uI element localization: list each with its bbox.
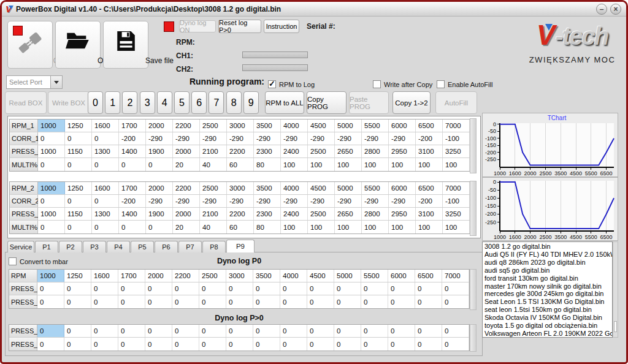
grid-cell[interactable]: 1250 [65, 119, 92, 132]
file-list-item[interactable]: 3008 1.2 go digital.bin [484, 243, 612, 251]
grid-cell[interactable]: 0 [146, 158, 173, 171]
grid-cell[interactable]: 40 [200, 221, 227, 233]
grid-cell[interactable]: 1250 [65, 182, 92, 194]
digit-button-6[interactable]: 6 [191, 91, 207, 114]
grid-cell[interactable]: 100 [281, 221, 308, 233]
grid-cell[interactable]: 0 [37, 282, 64, 295]
file-list-scrollbar[interactable] [613, 241, 618, 338]
grid-cell[interactable]: 6000 [389, 182, 416, 194]
grid-cell[interactable]: 0 [199, 295, 226, 308]
grid-cell[interactable]: 5000 [335, 119, 362, 132]
grid-cell[interactable]: 0 [415, 325, 442, 337]
minimize-button[interactable]: – [596, 4, 607, 15]
grid-cell[interactable]: 2300 [254, 145, 281, 157]
tab-p9[interactable]: P9 [226, 240, 255, 252]
grid-cell[interactable]: 4000 [281, 182, 308, 194]
grid-cell[interactable]: 2400 [281, 208, 308, 220]
grid-cell[interactable]: 0 [361, 282, 388, 295]
reset-log-button[interactable]: Reset log P>0 [218, 20, 261, 33]
grid-cell[interactable]: 3500 [254, 182, 281, 194]
grid-cell[interactable]: 0 [91, 282, 118, 295]
grid-cell[interactable]: 0 [253, 325, 280, 337]
grid-cell[interactable]: 0 [145, 282, 172, 295]
grid-cell[interactable]: 3000 [227, 182, 254, 194]
grid-cell[interactable]: 0 [361, 338, 388, 351]
grid-cell[interactable]: 1000 [38, 119, 65, 132]
tab-p8[interactable]: P8 [202, 241, 226, 252]
file-list-item[interactable]: audi q8 286km 2023 go digital.bin [484, 259, 612, 267]
grid-cell[interactable]: 5500 [362, 182, 389, 194]
grid-cell[interactable]: 1400 [119, 145, 146, 157]
grid-cell[interactable]: 0 [280, 338, 307, 351]
digit-button-8[interactable]: 8 [226, 91, 242, 114]
grid-cell[interactable]: 1700 [119, 182, 146, 194]
grid-cell[interactable]: 0 [145, 338, 172, 351]
tab-p3[interactable]: P3 [83, 241, 106, 252]
grid-cell[interactable]: 0 [119, 221, 146, 233]
grid-cell[interactable]: 2650 [335, 208, 362, 220]
file-list-item[interactable]: ford transit 130km go digital.bin [484, 275, 612, 282]
grid-cell[interactable]: 0 [199, 325, 226, 337]
grid-cell[interactable]: 0 [91, 295, 118, 308]
grid-cell[interactable]: 0 [38, 132, 65, 145]
grid-cell[interactable]: 0 [226, 282, 253, 295]
grid-cell[interactable]: 5500 [362, 119, 389, 132]
grid-cell[interactable]: 2000 [146, 119, 173, 132]
grid-cell[interactable]: 2200 [173, 182, 200, 194]
grid-cell[interactable]: 5000 [334, 270, 361, 282]
grid-cell[interactable]: 0 [388, 295, 415, 308]
connect-button[interactable]: Connect [7, 21, 53, 69]
grid-cell[interactable]: 2650 [335, 145, 362, 157]
grid-cell[interactable]: -100 [443, 132, 470, 145]
grid-cell[interactable]: -290 [200, 195, 227, 207]
digit-button-7[interactable]: 7 [209, 91, 224, 114]
grid-cell[interactable]: 1300 [92, 208, 119, 220]
grid-cell[interactable]: 6500 [416, 119, 443, 132]
grid-cell[interactable]: 80 [254, 158, 281, 171]
grid-cell[interactable]: 0 [199, 282, 226, 295]
grid-cell[interactable]: -290 [335, 132, 362, 145]
grid-cell[interactable]: 80 [254, 221, 281, 233]
grid-cell[interactable]: -290 [254, 132, 281, 145]
grid-cell[interactable]: -290 [335, 195, 362, 207]
grid-cell[interactable]: -290 [308, 132, 335, 145]
grid-cell[interactable]: 0 [38, 158, 65, 171]
grid-cell[interactable]: 0 [118, 295, 145, 308]
save-file-button[interactable]: Save file [103, 21, 148, 69]
grid-cell[interactable]: 0 [65, 195, 92, 207]
grid-cell[interactable]: 0 [146, 221, 173, 233]
grid-cell[interactable]: 0 [145, 325, 172, 337]
grid-cell[interactable]: 0 [92, 221, 119, 233]
grid-cell[interactable]: -290 [146, 195, 173, 207]
grid-cell[interactable]: 0 [64, 338, 91, 351]
grid-cell[interactable]: 0 [388, 282, 415, 295]
grid-cell[interactable]: 0 [65, 221, 92, 233]
grid-cell[interactable]: 100 [335, 221, 362, 233]
close-button[interactable]: × [610, 4, 621, 15]
file-list-item[interactable]: Volkswagen Arteon FL 2.0 190KM 2022 Go D… [484, 330, 612, 338]
grid-cell[interactable]: 5000 [335, 182, 362, 194]
grid-cell[interactable]: 0 [334, 295, 361, 308]
grid-cell[interactable]: 0 [442, 338, 469, 351]
enable-autofill-checkbox-box[interactable] [437, 80, 445, 88]
grid-cell[interactable]: 0 [442, 325, 469, 337]
grid-cell[interactable]: 1000 [38, 182, 65, 194]
grid-cell[interactable]: 1900 [146, 208, 173, 220]
grid-cell[interactable]: 3500 [254, 119, 281, 132]
file-list-item[interactable]: seat leon 1.5tsi 150km go digital.bin [484, 306, 612, 314]
grid-cell[interactable]: 0 [37, 338, 64, 351]
grid-cell[interactable]: 2000 [145, 270, 172, 282]
grid-cell[interactable]: 100 [362, 158, 389, 171]
digit-button-5[interactable]: 5 [174, 91, 190, 114]
grid-cell[interactable]: 100 [443, 158, 470, 171]
grid-cell[interactable]: 3100 [416, 145, 443, 157]
grid-cell[interactable]: 2800 [362, 145, 389, 157]
grid-cell[interactable]: 0 [361, 325, 388, 337]
grid-cell[interactable]: 2000 [173, 145, 200, 157]
grid-cell[interactable]: -290 [254, 195, 281, 207]
open-file-button[interactable]: Open file [55, 21, 101, 69]
file-list-item[interactable]: mercedes gle 300d 245km go digital.bin [484, 290, 612, 298]
grid-cell[interactable]: 1600 [91, 270, 118, 282]
dyno-p0-scrollbar[interactable] [470, 269, 477, 310]
tab-p2[interactable]: P2 [59, 241, 82, 252]
